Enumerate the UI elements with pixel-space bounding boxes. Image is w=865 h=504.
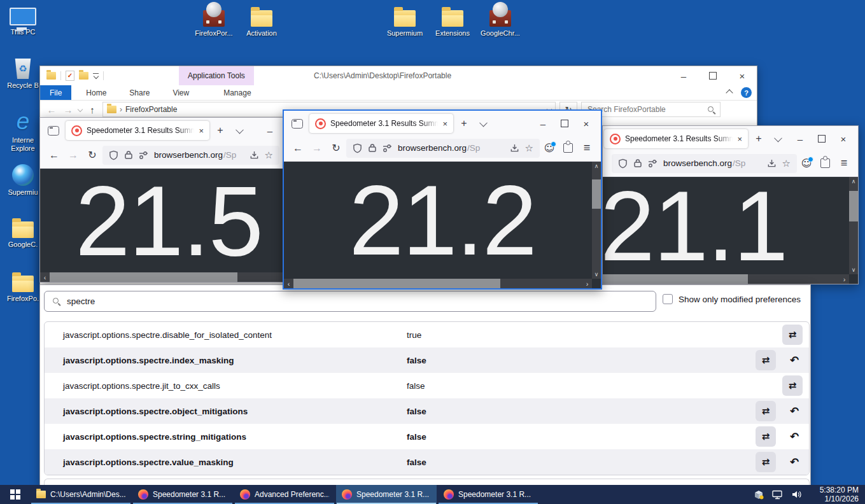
menu-button[interactable]: ≡ <box>578 139 596 157</box>
download-icon[interactable] <box>510 143 519 153</box>
scroll-left-icon[interactable]: ‹ <box>284 279 293 288</box>
new-tab-button[interactable]: + <box>456 115 472 132</box>
desktop-icon-activation[interactable]: Activation <box>237 3 286 38</box>
bookmark-star-icon[interactable]: ☆ <box>265 150 273 161</box>
shield-icon[interactable] <box>618 158 628 169</box>
tab-close-icon[interactable]: × <box>442 119 447 129</box>
tab-file[interactable]: File <box>40 85 71 100</box>
taskbar-button-explorer[interactable]: C:\Users\Admin\Des... <box>31 485 131 504</box>
close-button[interactable]: × <box>728 66 757 85</box>
tab-list-button[interactable] <box>475 115 491 132</box>
tab-close-icon[interactable]: × <box>737 134 742 144</box>
tab-manage[interactable]: Manage <box>214 85 260 100</box>
scroll-right-icon[interactable]: › <box>582 279 592 288</box>
help-icon[interactable]: ? <box>741 87 752 98</box>
pref-toggle-button[interactable]: ⇄ <box>782 325 803 345</box>
maximize-button[interactable] <box>698 66 728 85</box>
shield-icon[interactable] <box>353 143 362 153</box>
download-icon[interactable] <box>250 150 259 160</box>
pref-reset-button[interactable]: ↶ <box>786 426 803 447</box>
lock-icon[interactable] <box>124 150 133 160</box>
firefox-view-icon[interactable] <box>292 119 303 129</box>
properties-icon[interactable]: ✓ <box>66 71 74 81</box>
new-folder-icon[interactable] <box>79 72 88 80</box>
collapse-ribbon-icon[interactable] <box>726 89 733 96</box>
maximize-button[interactable] <box>811 130 833 147</box>
network-tray-icon[interactable] <box>772 490 783 500</box>
account-icon[interactable]: ☺ <box>541 140 558 157</box>
explorer-search-input[interactable] <box>586 104 707 115</box>
taskbar-button-advanced-preferences[interactable]: Advanced Preferenc... <box>234 485 335 504</box>
virtualbox-tray-icon[interactable] <box>754 490 764 500</box>
pref-toggle-button[interactable]: ⇄ <box>756 401 776 421</box>
horizontal-scrollbar[interactable]: › <box>603 274 849 284</box>
scroll-down-icon[interactable]: ∨ <box>852 265 856 274</box>
reload-button[interactable]: ↻ <box>327 139 345 157</box>
pref-reset-button[interactable]: ↶ <box>786 350 803 370</box>
tab-close-icon[interactable]: × <box>199 126 204 136</box>
taskbar-button-speedometer-3[interactable]: Speedometer 3.1 R... <box>438 485 538 504</box>
browser-tab[interactable]: Speedometer 3.1 Results Summa × <box>604 129 748 148</box>
tab-home[interactable]: Home <box>76 85 116 100</box>
pref-toggle-button[interactable]: ⇄ <box>782 375 803 396</box>
scrollbar-thumb[interactable] <box>849 191 858 221</box>
extensions-icon[interactable] <box>816 155 834 172</box>
shield-icon[interactable] <box>109 150 118 160</box>
scroll-left-icon[interactable]: ‹ <box>40 272 50 282</box>
lock-icon[interactable] <box>368 143 377 153</box>
search-icon[interactable] <box>707 106 715 114</box>
taskbar-clock[interactable]: 5:38:20 PM 1/10/2026 <box>810 486 859 503</box>
new-tab-button[interactable]: + <box>750 130 767 147</box>
close-button[interactable]: × <box>833 130 854 147</box>
recent-locations-icon[interactable] <box>78 107 83 112</box>
tab-view[interactable]: View <box>163 85 199 100</box>
desktop-icon-googlechrome[interactable]: GoogleChr... <box>476 3 524 38</box>
permissions-icon[interactable] <box>383 144 392 152</box>
desktop-icon-extensions[interactable]: Extensions <box>428 3 477 38</box>
forward-button[interactable]: → <box>308 139 326 157</box>
desktop-icon-this-pc[interactable]: This PC <box>0 4 47 36</box>
config-search-input[interactable] <box>66 296 648 307</box>
back-button[interactable]: ← <box>289 139 307 157</box>
pref-toggle-button[interactable]: ⇄ <box>756 452 776 472</box>
taskbar-button-speedometer-2-active[interactable]: Speedometer 3.1 R... <box>336 485 437 504</box>
reload-button[interactable]: ↻ <box>83 146 101 164</box>
menu-button[interactable]: ≡ <box>835 155 853 172</box>
qat-customize-icon[interactable] <box>93 73 99 79</box>
download-icon[interactable] <box>767 158 777 168</box>
browser-tab[interactable]: Speedometer 3.1 Results Summa × <box>66 121 209 140</box>
volume-tray-icon[interactable] <box>791 490 802 499</box>
minimize-button[interactable]: – <box>259 122 281 139</box>
back-button[interactable]: ← <box>45 146 63 164</box>
url-bar[interactable]: browserbench.org /Sp ☆ <box>612 154 797 173</box>
tab-list-button[interactable] <box>770 130 786 147</box>
modified-filter-checkbox[interactable] <box>663 294 673 304</box>
extensions-icon[interactable] <box>559 139 577 157</box>
minimize-button[interactable]: – <box>789 130 811 147</box>
forward-button[interactable]: → <box>64 146 82 164</box>
firefox-view-icon[interactable] <box>48 126 59 136</box>
scrollbar-thumb[interactable] <box>50 272 237 282</box>
forward-icon[interactable]: → <box>62 104 74 115</box>
browser-tab[interactable]: Speedometer 3.1 Results Summa × <box>309 114 453 133</box>
tab-list-button[interactable] <box>231 122 248 139</box>
lock-icon[interactable] <box>633 158 642 168</box>
up-icon[interactable]: ↑ <box>86 104 99 115</box>
scrollbar-thumb[interactable] <box>293 279 500 288</box>
new-tab-button[interactable]: + <box>212 122 229 139</box>
minimize-button[interactable]: – <box>669 66 698 85</box>
scrollbar-thumb[interactable] <box>592 179 601 209</box>
breadcrumb[interactable]: FirefoxPortable <box>125 105 177 114</box>
pref-toggle-button[interactable]: ⇄ <box>756 350 776 370</box>
horizontal-scrollbar[interactable]: ‹ › <box>284 279 592 288</box>
back-icon[interactable]: ← <box>45 104 58 115</box>
start-button[interactable] <box>0 485 31 504</box>
pref-reset-button[interactable]: ↶ <box>786 452 803 472</box>
permissions-icon[interactable] <box>648 160 658 167</box>
vertical-scrollbar[interactable]: ∧ ∨ <box>592 162 601 279</box>
bookmark-star-icon[interactable]: ☆ <box>525 143 533 154</box>
minimize-button[interactable]: – <box>532 115 554 132</box>
scroll-down-icon[interactable]: ∨ <box>594 270 599 279</box>
permissions-icon[interactable] <box>139 151 148 159</box>
scroll-up-icon[interactable]: ∧ <box>594 162 599 171</box>
